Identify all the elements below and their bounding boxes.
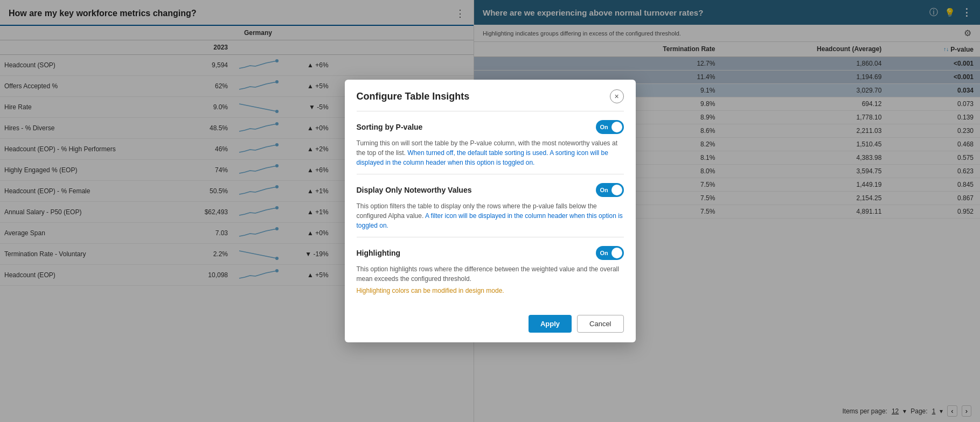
modal-footer: Apply Cancel [345, 312, 636, 342]
sorting-toggle[interactable]: On [596, 120, 624, 134]
modal-title: Configure Table Insights [357, 91, 470, 102]
display-title: Display Only Noteworthy Values [357, 186, 472, 194]
highlighting-toggle[interactable]: On [596, 246, 624, 260]
modal-overlay: Configure Table Insights × Sorting by P-… [0, 0, 980, 422]
sorting-header: Sorting by P-value On [357, 120, 624, 134]
display-description: This option filters the table to display… [357, 201, 624, 230]
modal-close-button[interactable]: × [610, 89, 624, 103]
config-section-display: Display Only Noteworthy Values On This o… [357, 174, 624, 237]
cancel-button[interactable]: Cancel [577, 315, 623, 333]
config-section-sorting: Sorting by P-value On Turning this on wi… [357, 111, 624, 174]
display-header: Display Only Noteworthy Values On [357, 183, 624, 197]
highlighting-title: Highlighting [357, 249, 401, 257]
close-icon: × [614, 92, 618, 101]
sorting-title: Sorting by P-value [357, 123, 423, 131]
config-section-highlighting: Highlighting On This option highlights r… [357, 237, 624, 301]
modal-body: Sorting by P-value On Turning this on wi… [345, 111, 636, 312]
apply-button[interactable]: Apply [529, 315, 572, 333]
sorting-description: Turning this on will sort the table by t… [357, 138, 624, 167]
highlighting-description: This option highlights rows where the di… [357, 264, 624, 284]
highlighting-header: Highlighting On [357, 246, 624, 260]
display-toggle[interactable]: On [596, 183, 624, 197]
modal-header: Configure Table Insights × [345, 80, 636, 111]
configure-insights-modal: Configure Table Insights × Sorting by P-… [345, 80, 636, 342]
highlighting-note: Highlighting colors can be modified in d… [357, 287, 624, 294]
